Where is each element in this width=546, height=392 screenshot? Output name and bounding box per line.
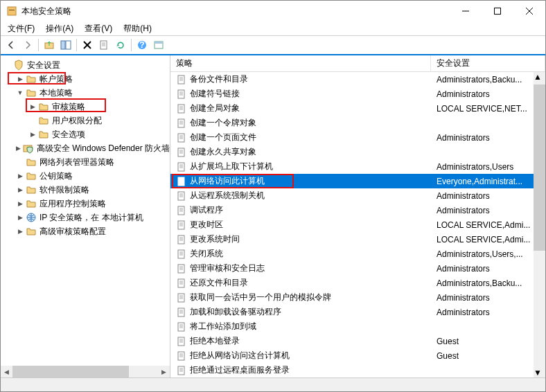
up-button[interactable] bbox=[42, 37, 57, 53]
expand-closed-icon[interactable]: ▶ bbox=[28, 130, 37, 139]
delete-button[interactable] bbox=[80, 37, 95, 53]
svg-rect-20 bbox=[178, 105, 184, 113]
policy-setting-cell: Administrators,Users bbox=[431, 162, 545, 172]
policy-setting-cell: LOCAL SERVICE,Admi... bbox=[431, 220, 545, 230]
svg-rect-7 bbox=[61, 41, 65, 49]
expand-closed-icon[interactable]: ▶ bbox=[16, 75, 24, 83]
policy-icon bbox=[176, 336, 187, 347]
tree-item[interactable]: ▶安全选项 bbox=[1, 127, 170, 141]
policy-row[interactable]: 将工作站添加到域 bbox=[170, 319, 545, 334]
column-policy[interactable]: 策略 bbox=[170, 55, 431, 71]
policy-row[interactable]: 获取同一会话中另一个用户的模拟令牌Administrators bbox=[170, 290, 545, 305]
tree-item[interactable]: ▶IP 安全策略，在 本地计算机 bbox=[1, 211, 170, 224]
svg-rect-15 bbox=[155, 42, 163, 44]
policy-icon bbox=[176, 350, 187, 362]
svg-rect-26 bbox=[178, 192, 184, 200]
policy-row[interactable]: 创建永久共享对象 bbox=[170, 145, 545, 159]
policy-setting-cell: Guest bbox=[431, 337, 545, 346]
policy-setting-cell: Administrators bbox=[431, 89, 545, 99]
menu-file[interactable]: 文件(F) bbox=[2, 21, 40, 36]
tree-pane[interactable]: 安全设置 ▶帐户策略▼本地策略▶审核策略用户权限分配▶安全选项▶高级安全 Win… bbox=[1, 55, 170, 377]
policy-row[interactable]: 创建全局对象LOCAL SERVICE,NET... bbox=[170, 101, 545, 116]
help-button[interactable]: ? bbox=[134, 37, 150, 53]
policy-name-cell: 管理审核和安全日志 bbox=[170, 262, 431, 274]
tree-item[interactable]: ▶软件限制策略 bbox=[1, 183, 170, 197]
policy-name-cell: 备份文件和目录 bbox=[170, 73, 431, 85]
policy-setting-cell: Administrators bbox=[431, 264, 545, 274]
tree-item[interactable]: ▶高级审核策略配置 bbox=[1, 224, 170, 238]
maximize-button[interactable] bbox=[482, 1, 513, 21]
policy-name: 从远程系统强制关机 bbox=[190, 190, 265, 202]
expand-closed-icon[interactable]: ▶ bbox=[16, 213, 24, 222]
policy-row[interactable]: 还原文件和目录Administrators,Backu... bbox=[170, 276, 545, 290]
policy-row[interactable]: 拒绝本地登录Guest bbox=[170, 334, 545, 348]
tree-item[interactable]: ▶应用程序控制策略 bbox=[1, 197, 170, 211]
policy-icon bbox=[176, 89, 187, 100]
policy-setting-cell: Administrators bbox=[431, 133, 545, 143]
policy-icon bbox=[176, 147, 187, 158]
policy-name: 创建一个页面文件 bbox=[190, 132, 256, 143]
policy-row[interactable]: 从网络访问此计算机Everyone,Administrat... bbox=[170, 174, 545, 188]
back-button[interactable] bbox=[3, 37, 19, 53]
tree-item[interactable]: ▶帐户策略 bbox=[1, 72, 170, 86]
content-area: 安全设置 ▶帐户策略▼本地策略▶审核策略用户权限分配▶安全选项▶高级安全 Win… bbox=[1, 55, 545, 377]
network-icon bbox=[26, 212, 37, 223]
tree-hscroll[interactable]: ◀ ▶ bbox=[1, 366, 170, 377]
minimize-button[interactable] bbox=[450, 1, 482, 21]
forward-button[interactable] bbox=[20, 37, 35, 53]
policy-name: 调试程序 bbox=[190, 204, 223, 216]
tree-item-label: 公钥策略 bbox=[39, 170, 73, 182]
expand-closed-icon[interactable]: ▶ bbox=[16, 199, 24, 208]
tree-item[interactable]: ▶审核策略 bbox=[1, 100, 170, 114]
expand-closed-icon[interactable]: ▶ bbox=[16, 227, 24, 235]
policy-row[interactable]: 加载和卸载设备驱动程序Administrators bbox=[170, 305, 545, 319]
svg-text:?: ? bbox=[139, 40, 144, 50]
policy-setting-cell: Administrators,Users,... bbox=[431, 249, 545, 259]
tree-item[interactable]: 网络列表管理器策略 bbox=[1, 155, 170, 169]
menu-help[interactable]: 帮助(H) bbox=[118, 21, 157, 36]
tree-root[interactable]: 安全设置 bbox=[1, 58, 170, 72]
policy-row[interactable]: 从远程系统强制关机Administrators bbox=[170, 188, 545, 203]
expand-closed-icon[interactable]: ▶ bbox=[16, 186, 24, 194]
svg-rect-27 bbox=[178, 206, 184, 215]
policy-row[interactable]: 创建一个令牌对象 bbox=[170, 116, 545, 130]
close-button[interactable] bbox=[513, 1, 545, 21]
policy-row[interactable]: 调试程序Administrators bbox=[170, 203, 545, 217]
policy-name: 将工作站添加到域 bbox=[190, 321, 256, 332]
policy-row[interactable]: 备份文件和目录Administrators,Backu... bbox=[170, 72, 545, 87]
show-hide-button[interactable] bbox=[58, 37, 73, 53]
policy-row[interactable]: 更改时区LOCAL SERVICE,Admi... bbox=[170, 217, 545, 232]
tree-item-label: 审核策略 bbox=[52, 101, 85, 113]
expand-open-icon[interactable]: ▼ bbox=[16, 89, 24, 97]
svg-rect-8 bbox=[66, 41, 71, 49]
expand-closed-icon[interactable]: ▶ bbox=[16, 172, 24, 180]
policy-row[interactable]: 拒绝通过远程桌面服务登录 bbox=[170, 363, 545, 377]
policy-row[interactable]: 拒绝从网络访问这台计算机Guest bbox=[170, 348, 545, 363]
svg-rect-38 bbox=[178, 366, 184, 375]
export-button[interactable] bbox=[96, 37, 112, 53]
menu-action[interactable]: 操作(A) bbox=[40, 21, 79, 36]
menu-view[interactable]: 查看(V) bbox=[79, 21, 118, 36]
tree-item[interactable]: 用户权限分配 bbox=[1, 114, 170, 127]
tree-item[interactable]: ▶公钥策略 bbox=[1, 169, 170, 183]
list-vscroll[interactable]: ▲ ▼ bbox=[534, 72, 545, 377]
policy-row[interactable]: 关闭系统Administrators,Users,... bbox=[170, 247, 545, 261]
expand-closed-icon[interactable]: ▶ bbox=[28, 103, 37, 111]
policy-icon bbox=[176, 307, 187, 318]
tree-item[interactable]: ▼本地策略 bbox=[1, 86, 170, 100]
policy-row[interactable]: 创建符号链接Administrators bbox=[170, 87, 545, 101]
policy-row[interactable]: 管理审核和安全日志Administrators bbox=[170, 261, 545, 276]
list-pane[interactable]: 策略 安全设置 备份文件和目录Administrators,Backu...创建… bbox=[170, 55, 545, 377]
policy-name-cell: 拒绝从网络访问这台计算机 bbox=[170, 350, 431, 362]
policy-icon bbox=[176, 118, 187, 129]
policy-row[interactable]: 创建一个页面文件Administrators bbox=[170, 130, 545, 145]
refresh-button[interactable] bbox=[113, 37, 128, 53]
properties-button[interactable] bbox=[151, 37, 166, 53]
svg-rect-18 bbox=[178, 75, 184, 84]
policy-row[interactable]: 从扩展坞上取下计算机Administrators,Users bbox=[170, 159, 545, 174]
tree-item[interactable]: ▶高级安全 Windows Defender 防火墙 bbox=[1, 141, 170, 155]
policy-row[interactable]: 更改系统时间LOCAL SERVICE,Admi... bbox=[170, 232, 545, 247]
expand-closed-icon[interactable]: ▶ bbox=[16, 144, 21, 152]
folder-icon bbox=[26, 87, 37, 98]
column-setting[interactable]: 安全设置 bbox=[431, 55, 545, 71]
